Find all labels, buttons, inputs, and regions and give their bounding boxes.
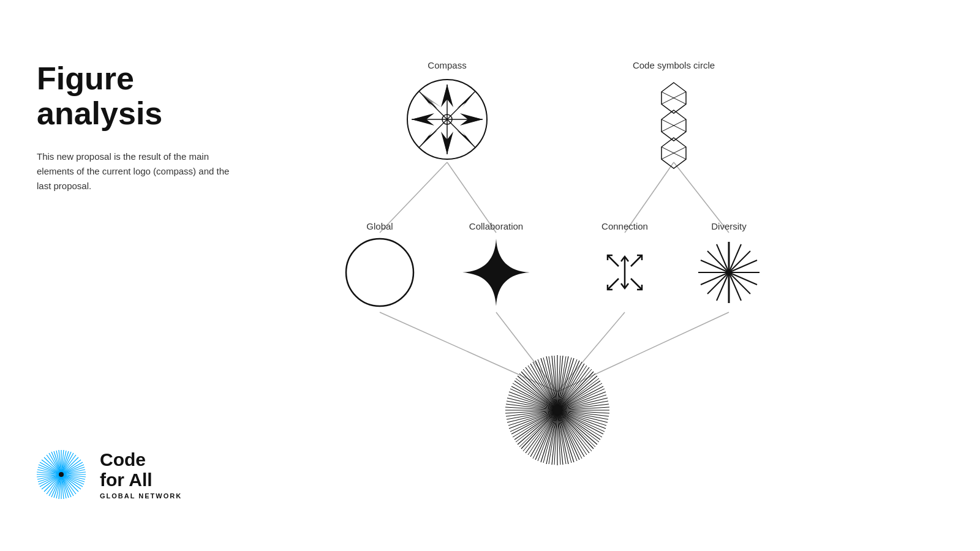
svg-line-96: [608, 255, 619, 266]
svg-marker-70: [421, 93, 441, 109]
logo-icon: [34, 447, 89, 502]
description-text: This new proposal is the result of the m…: [37, 149, 233, 193]
page-title: Figure analysis: [37, 61, 233, 131]
svg-line-94: [631, 255, 642, 266]
connection-label: Connection: [601, 221, 648, 231]
logo-sub-text: GLOBAL NETWORK: [100, 492, 182, 500]
svg-point-56: [59, 472, 64, 477]
code-symbols-label: Code symbols circle: [633, 60, 715, 70]
logo-text: Codefor All GLOBAL NETWORK: [100, 449, 182, 500]
svg-point-220: [552, 405, 562, 415]
svg-point-93: [346, 239, 413, 306]
diagram-svg: Compass Code symbols circle Global Co: [276, 0, 949, 551]
svg-line-95: [608, 279, 619, 290]
logo-main-text: Codefor All: [100, 449, 182, 490]
diversity-label: Diversity: [711, 221, 747, 231]
compass-label: Compass: [428, 60, 466, 70]
logo-area: Codefor All GLOBAL NETWORK: [34, 447, 182, 502]
left-panel: Figure analysis This new proposal is the…: [37, 61, 233, 193]
collaboration-label: Collaboration: [469, 221, 523, 231]
global-label: Global: [366, 221, 393, 231]
svg-line-97: [631, 279, 642, 290]
svg-line-62: [496, 312, 557, 392]
svg-line-61: [380, 312, 557, 392]
svg-line-63: [557, 312, 625, 392]
